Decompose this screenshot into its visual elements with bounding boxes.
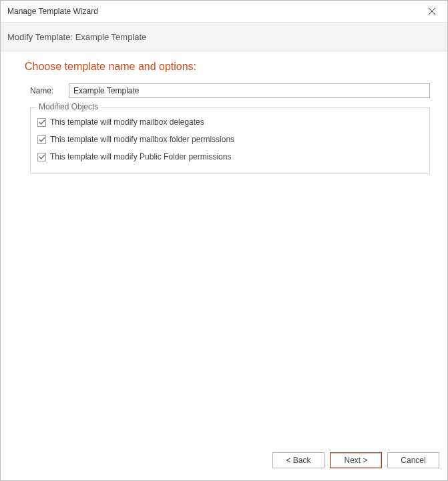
close-icon — [429, 8, 435, 15]
name-label: Name: — [25, 86, 69, 95]
checkbox-row-delegates: This template will modify mailbox delega… — [37, 113, 423, 131]
checkbox-label: This template will modify Public Folder … — [50, 152, 231, 161]
name-row: Name: — [25, 83, 430, 98]
fieldset-legend: Modified Objects — [36, 102, 101, 111]
back-button[interactable]: < Back — [272, 452, 324, 468]
cancel-button[interactable]: Cancel — [387, 452, 439, 468]
close-button[interactable] — [417, 1, 447, 22]
content-area: Choose template name and options: Name: … — [1, 51, 447, 447]
titlebar: Manage Template Wizard — [1, 1, 447, 22]
wizard-window: Manage Template Wizard Modify Template: … — [0, 0, 448, 481]
subheader: Modify Template: Example Template — [1, 22, 447, 51]
checkbox-label: This template will modify mailbox folder… — [50, 135, 234, 144]
checkbox-folder-permissions[interactable] — [37, 135, 46, 144]
modified-objects-fieldset: Modified Objects This template will modi… — [30, 107, 430, 174]
subheader-text: Modify Template: Example Template — [7, 32, 146, 42]
check-icon — [39, 137, 45, 143]
next-button[interactable]: Next > — [330, 452, 382, 468]
checkbox-label: This template will modify mailbox delega… — [50, 117, 204, 127]
window-title: Manage Template Wizard — [7, 7, 417, 16]
check-icon — [39, 119, 45, 125]
checkbox-row-public-folder: This template will modify Public Folder … — [37, 148, 423, 165]
footer: < Back Next > Cancel — [1, 447, 447, 480]
checkbox-delegates[interactable] — [37, 118, 46, 127]
name-input[interactable] — [69, 83, 430, 98]
checkbox-public-folder[interactable] — [37, 153, 46, 161]
checkbox-row-folder-permissions: This template will modify mailbox folder… — [37, 131, 423, 148]
check-icon — [39, 154, 45, 160]
page-heading: Choose template name and options: — [25, 61, 430, 73]
